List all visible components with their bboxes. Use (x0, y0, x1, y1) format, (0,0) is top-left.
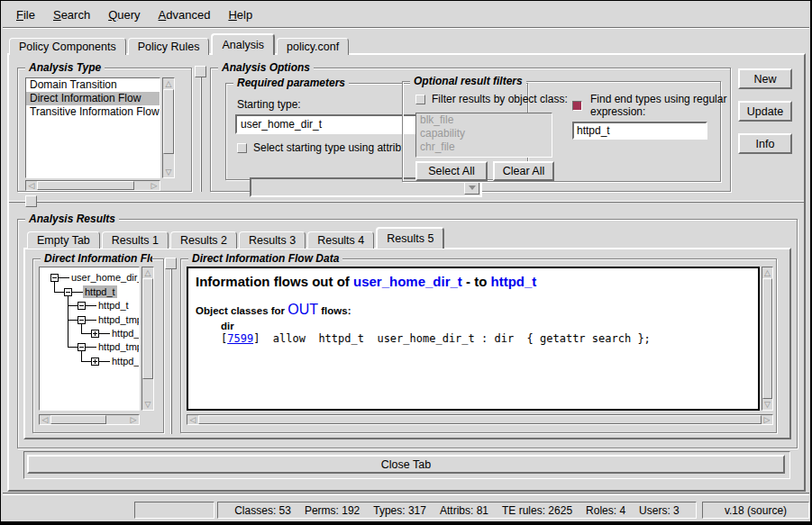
scroll-up-icon[interactable]: △ (762, 267, 772, 278)
scroll-down-icon[interactable]: ▽ (142, 399, 153, 410)
tree-collapse-icon[interactable] (64, 288, 72, 296)
menu-help[interactable]: Help (220, 5, 260, 24)
analysis-type-title: Analysis Type (25, 61, 105, 74)
tab-results-2[interactable]: Results 2 (170, 231, 237, 249)
info-button[interactable]: Info (738, 133, 792, 154)
scroll-left-icon[interactable]: ◁ (187, 415, 198, 424)
tab-policy-rules[interactable]: Policy Rules (128, 38, 210, 55)
status-bar: Classes: 53 Perms: 192 Types: 317 Attrib… (1, 498, 809, 521)
tree-connector (68, 347, 78, 348)
stat-types: Types: 317 (373, 504, 426, 517)
tab-results-4[interactable]: Results 4 (307, 231, 374, 249)
list-item-capability: capability (416, 127, 552, 140)
tree-node[interactable]: httpd_t (96, 299, 131, 312)
tree-connector (72, 292, 83, 293)
analysis-type-vscrollbar[interactable]: △ ▽ (162, 77, 175, 178)
data-vscrollbar[interactable]: △ ▽ (762, 267, 773, 411)
sash-handle[interactable] (195, 66, 206, 77)
tree-collapse-icon[interactable] (78, 343, 86, 351)
stat-users: Users: 3 (639, 504, 680, 517)
menu-advanced[interactable]: Advanced (151, 5, 219, 24)
tab-policy-conf[interactable]: policy.conf (277, 38, 349, 55)
select-all-button[interactable]: Select All (415, 161, 488, 181)
tab-empty-tab[interactable]: Empty Tab (27, 231, 100, 249)
list-item-direct-information-flow[interactable]: Direct Information Flow (26, 92, 160, 105)
tree-collapse-icon[interactable] (78, 302, 86, 310)
stat-te-rules: TE rules: 2625 (502, 504, 572, 517)
scroll-up-icon[interactable]: △ (163, 78, 174, 89)
scrollbar-thumb[interactable] (198, 415, 762, 424)
tree-node[interactable]: httpd_tmp_t (96, 313, 140, 326)
scroll-up-icon[interactable]: △ (142, 267, 153, 278)
vertical-sash (200, 66, 202, 192)
tab-results-3[interactable]: Results 3 (239, 231, 306, 249)
scrollbar-thumb[interactable] (142, 278, 153, 379)
scrollbar-thumb[interactable] (37, 181, 134, 190)
clear-all-button[interactable]: Clear All (493, 161, 554, 181)
results-tab-bar: Empty Tab Results 1 Results 2 Results 3 … (27, 227, 446, 249)
list-item-transitive-information-flow[interactable]: Transitive Information Flow (26, 105, 160, 119)
tree-expand-icon[interactable] (91, 358, 99, 366)
tree-node[interactable]: httpd_t (110, 355, 140, 367)
tree-connector (68, 305, 78, 306)
flow-data-text[interactable]: Information flows out of user_home_dir_t… (187, 267, 760, 411)
tab-results-5[interactable]: Results 5 (376, 227, 444, 249)
data-hscrollbar[interactable]: ◁ ▷ (187, 414, 773, 425)
tree-node[interactable]: httpd_tmpfs_t (96, 340, 140, 353)
required-parameters-title: Required parameters (233, 77, 349, 89)
stat-attribs: Attribs: 81 (440, 504, 488, 517)
tab-analysis[interactable]: Analysis (211, 33, 275, 55)
new-button[interactable]: New (738, 68, 792, 89)
stat-classes: Classes: 53 (234, 504, 291, 517)
tree-collapse-icon[interactable] (50, 274, 59, 282)
scroll-left-icon[interactable]: ◁ (40, 415, 50, 424)
list-item-blk-file: blk_file (416, 113, 552, 127)
sash-handle[interactable] (25, 195, 37, 207)
tree-connector (68, 295, 68, 347)
scrollbar-thumb[interactable] (762, 278, 772, 399)
close-tab-button[interactable]: Close Tab (27, 455, 785, 474)
scroll-down-icon[interactable]: ▽ (163, 167, 174, 177)
tree-connector (99, 333, 110, 334)
scroll-down-icon[interactable]: ▽ (762, 399, 772, 410)
scroll-right-icon[interactable]: ▷ (762, 415, 772, 424)
sash-handle[interactable] (165, 258, 177, 269)
tree-vscrollbar[interactable]: △ ▽ (141, 267, 154, 411)
tree-node[interactable]: httpd_t (110, 327, 140, 339)
object-class-list: blk_file capability chr_file (415, 113, 552, 158)
scrollbar-thumb[interactable] (50, 415, 106, 424)
tree-connector (99, 361, 110, 362)
analysis-type-list: Domain Transition Direct Information Flo… (25, 77, 160, 178)
tab-results-1[interactable]: Results 1 (102, 231, 169, 249)
update-button[interactable]: Update (738, 101, 792, 122)
tree-hscrollbar[interactable]: ◁ ▷ (39, 414, 140, 425)
menu-file[interactable]: File (8, 5, 43, 24)
regex-checkbox-label: Find end types using regular expression: (590, 93, 744, 118)
flow-data-group: Direct Information Flow Data Information… (180, 258, 777, 433)
tree-node[interactable]: httpd_t (83, 285, 117, 298)
scroll-left-icon[interactable]: ◁ (26, 181, 37, 190)
tree-node[interactable]: user_home_dir_t (69, 271, 140, 284)
regex-checkbox[interactable] (572, 101, 582, 111)
menu-query[interactable]: Query (100, 5, 148, 24)
attrib-checkbox[interactable] (237, 143, 247, 153)
menu-search[interactable]: Search (45, 5, 98, 24)
regex-input[interactable]: httpd_t (572, 122, 707, 140)
scroll-right-icon[interactable]: ▷ (128, 415, 139, 424)
rule-line: [7599] allow httpd_t user_home_dir_t : d… (221, 332, 751, 345)
tree-collapse-icon[interactable] (78, 316, 86, 324)
list-item-domain-transition[interactable]: Domain Transition (26, 78, 160, 92)
close-tab-frame: Close Tab (23, 451, 790, 479)
analysis-type-hscrollbar[interactable]: ◁ ▷ (25, 180, 160, 191)
tree-connector (81, 333, 91, 334)
filter-object-class-checkbox[interactable] (415, 95, 425, 104)
scrollbar-thumb[interactable] (163, 89, 174, 154)
attrib-checkbox-label: Select starting type using attrib: (253, 141, 404, 154)
rule-number-link[interactable]: 7599 (227, 332, 253, 345)
object-classes-line: Object classes for OUT flows: (196, 302, 751, 318)
scroll-right-icon[interactable]: ▷ (149, 181, 160, 190)
tab-policy-components[interactable]: Policy Components (9, 38, 126, 55)
starting-type-value: user_home_dir_t (241, 118, 322, 131)
status-box-empty (134, 502, 214, 519)
tree-expand-icon[interactable] (91, 330, 99, 338)
